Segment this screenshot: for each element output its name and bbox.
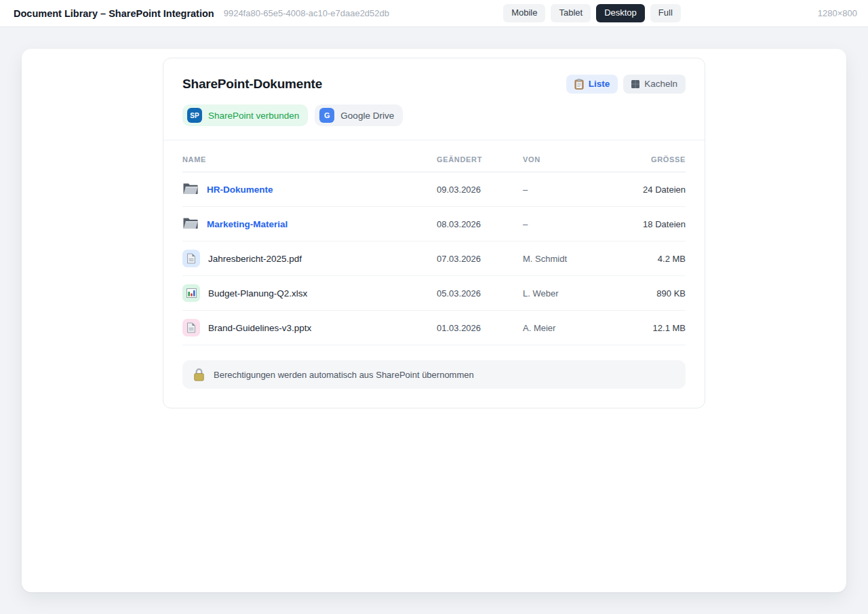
item-size: 890 KB [618, 288, 686, 299]
item-size: 4.2 MB [618, 254, 686, 264]
viewport-dimensions: 1280×800 [818, 8, 857, 18]
tiles-icon [631, 80, 639, 88]
panel-title: SharePoint-Dokumente [182, 77, 322, 92]
folder-icon [182, 216, 199, 232]
viewport-button-mobile[interactable]: Mobile [503, 4, 545, 22]
table-row: Jahresbericht-2025.pdf 07.03.2026 M. Sch… [182, 242, 686, 276]
table-row: Budget-Planung-Q2.xlsx 05.03.2026 L. Web… [182, 276, 686, 311]
sharepoint-chip-icon: SP [187, 108, 202, 123]
modified-date: 05.03.2026 [437, 288, 523, 299]
table-row: Brand-Guidelines-v3.pptx 01.03.2026 A. M… [182, 311, 686, 345]
modified-by: A. Meier [523, 323, 618, 333]
modified-by: M. Schmidt [523, 254, 618, 264]
google-chip-icon: G [319, 108, 334, 123]
file-table: NAME GEÄNDERT VON GRÖSSE HR-Dokumente [163, 140, 705, 408]
page-title: Document Library – SharePoint Integratio… [14, 8, 214, 19]
pptx-file-icon [182, 319, 200, 337]
clipboard-icon [574, 79, 584, 90]
sharepoint-badge-label: SharePoint verbunden [208, 111, 299, 121]
tile-view-button[interactable]: Kacheln [623, 75, 686, 94]
viewport-button-full[interactable]: Full [650, 4, 681, 22]
list-view-label: Liste [589, 79, 610, 90]
column-header-modified: GEÄNDERT [437, 155, 523, 164]
item-size: 24 Dateien [618, 185, 686, 195]
table-row: HR-Dokumente 09.03.2026 – 24 Dateien [182, 172, 686, 207]
view-toggle: Liste Kacheln [566, 75, 686, 94]
modified-by: L. Weber [523, 288, 618, 299]
lock-icon [193, 368, 205, 381]
viewport-button-tablet[interactable]: Tablet [551, 4, 591, 22]
viewport-button-desktop[interactable]: Desktop [596, 4, 645, 22]
modified-date: 09.03.2026 [437, 185, 523, 195]
pdf-file-icon [182, 250, 200, 267]
permissions-notice: Berechtigungen werden automatisch aus Sh… [182, 360, 686, 389]
folder-link[interactable]: HR-Dokumente [207, 185, 273, 195]
sharepoint-connected-badge: SP SharePoint verbunden [182, 104, 308, 126]
folder-icon [182, 182, 199, 197]
column-header-name: NAME [182, 155, 437, 164]
modified-by: – [523, 185, 618, 195]
document-uuid: 9924fa80-65e5-4008-ac10-e7daae2d52db [224, 8, 389, 18]
item-size: 18 Dateien [618, 219, 686, 229]
modified-date: 07.03.2026 [437, 254, 523, 264]
table-row: Marketing-Material 08.03.2026 – 18 Datei… [182, 207, 686, 242]
item-size: 12.1 MB [618, 323, 686, 333]
modified-by: – [523, 219, 618, 229]
table-header-row: NAME GEÄNDERT VON GRÖSSE [182, 155, 686, 172]
file-name[interactable]: Budget-Planung-Q2.xlsx [208, 288, 307, 299]
connection-badges: SP SharePoint verbunden G Google Drive [182, 104, 686, 126]
document-library-panel: SharePoint-Dokumente [163, 58, 705, 408]
column-header-size: GRÖSSE [618, 155, 686, 164]
file-name[interactable]: Jahresbericht-2025.pdf [208, 254, 302, 264]
panel-header: SharePoint-Dokumente [163, 58, 705, 140]
column-header-by: VON [523, 155, 618, 164]
list-view-button[interactable]: Liste [566, 75, 618, 94]
google-drive-badge: G Google Drive [315, 104, 403, 126]
permissions-notice-text: Berechtigungen werden automatisch aus Sh… [214, 370, 474, 380]
tile-view-label: Kacheln [644, 79, 677, 90]
file-name[interactable]: Brand-Guidelines-v3.pptx [208, 323, 311, 333]
folder-link[interactable]: Marketing-Material [207, 219, 288, 229]
google-drive-badge-label: Google Drive [340, 111, 394, 121]
topbar: Document Library – SharePoint Integratio… [0, 0, 868, 27]
viewport-toggle-group: Mobile Tablet Desktop Full [503, 4, 681, 22]
modified-date: 01.03.2026 [437, 323, 523, 333]
preview-stage: SharePoint-Dokumente [22, 49, 846, 592]
modified-date: 08.03.2026 [437, 219, 523, 229]
bar-chart-icon [182, 284, 200, 302]
